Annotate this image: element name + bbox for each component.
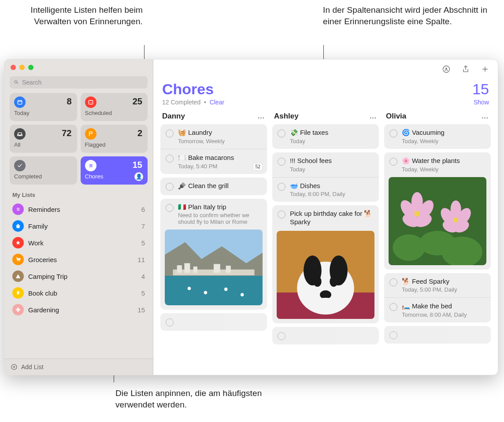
flower-icon — [12, 304, 24, 315]
reminder-item[interactable]: 🧺LaundryTomorrow, Weekly — [160, 124, 267, 149]
complete-toggle[interactable] — [278, 183, 285, 191]
new-reminder-placeholder[interactable] — [272, 327, 379, 344]
list-icon — [85, 160, 96, 171]
complete-toggle[interactable] — [389, 278, 397, 286]
sidebar-item-work[interactable]: Work 5 — [7, 234, 150, 251]
reminder-item[interactable]: 🐕Feed SparkyToday, 5:00 PM, Daily — [384, 273, 491, 298]
reminder-card: 🇮🇹Plan Italy tripNeed to confirm whether… — [160, 199, 267, 310]
reminder-item[interactable]: !!! School feesToday — [272, 152, 379, 177]
new-reminder-placeholder[interactable] — [384, 326, 491, 344]
minimize-window-button[interactable] — [19, 65, 25, 70]
star-icon — [12, 237, 24, 248]
list-icon — [12, 204, 24, 215]
smart-list-today[interactable]: Today 8 — [10, 93, 77, 121]
reminder-item[interactable]: 🛏️Make the bedTomorrow, 8:00 AM, Daily — [384, 297, 491, 322]
reminders-window: Search Today 8 Scheduled 25 All 72 Flagg… — [4, 59, 498, 375]
complete-toggle[interactable] — [166, 155, 174, 163]
column-title: Danny — [162, 112, 185, 121]
svg-rect-23 — [184, 263, 190, 273]
complete-toggle[interactable] — [166, 183, 174, 191]
close-window-button[interactable] — [11, 65, 16, 70]
complete-toggle[interactable] — [278, 332, 285, 340]
collaborate-button[interactable] — [441, 64, 451, 74]
search-input[interactable]: Search — [10, 76, 148, 89]
reminder-subtitle: Today, Weekly — [402, 138, 485, 144]
reminder-card: 🌸Water the plantsToday, Weekly — [384, 152, 491, 270]
reminder-subtitle: Tomorrow, 8:00 AM, Daily — [402, 311, 485, 318]
reminder-title: 🌀Vacuuming — [402, 129, 485, 137]
new-reminder-button[interactable] — [480, 64, 490, 74]
reminder-item[interactable]: Pick up birthday cake for 🐕 Sparky — [272, 205, 379, 231]
column-menu-button[interactable]: … — [257, 112, 265, 121]
toolbar — [153, 59, 498, 79]
reminder-subtitle: Today, Weekly — [402, 166, 485, 173]
reminder-subtitle: Today, 5:00 PM, Daily — [402, 286, 485, 293]
svg-point-9 — [19, 261, 20, 262]
reminder-item[interactable]: 🌀VacuumingToday, Weekly — [384, 124, 491, 149]
reminder-title: 🐕Feed Sparky — [402, 278, 485, 286]
svg-point-2 — [89, 103, 90, 103]
complete-toggle[interactable] — [389, 303, 397, 311]
zoom-window-button[interactable] — [28, 65, 33, 70]
list-count: 7 — [141, 222, 145, 230]
new-reminder-placeholder[interactable] — [160, 313, 267, 331]
complete-toggle[interactable] — [389, 158, 397, 166]
smart-list-flagged[interactable]: Flagged 2 — [81, 125, 148, 153]
reminder-image — [277, 231, 374, 319]
smart-list-count: 25 — [133, 96, 142, 107]
smart-list-chores[interactable]: Chores 15 👤 — [81, 156, 148, 185]
reminder-item[interactable]: 🇮🇹Plan Italy tripNeed to confirm whether… — [160, 199, 267, 230]
list-count: 15 — [472, 81, 489, 98]
reminder-item[interactable]: 🪮Clean the grill — [160, 178, 267, 195]
svg-point-6 — [88, 165, 89, 166]
completed-count: 12 Completed — [162, 99, 200, 106]
columns-container: Danny…🧺LaundryTomorrow, Weekly🍽️Bake mac… — [153, 107, 498, 375]
smart-list-completed[interactable]: Completed — [10, 156, 77, 185]
reminder-item[interactable]: 🥣DishesToday, 8:00 PM, Daily — [272, 177, 379, 202]
sidebar-item-reminders[interactable]: Reminders 6 — [7, 201, 150, 218]
reminder-item[interactable]: 💸File taxesToday — [272, 124, 379, 149]
add-list-button[interactable]: Add List — [4, 359, 153, 375]
sidebar-item-groceries[interactable]: Groceries 11 — [7, 251, 150, 268]
complete-toggle[interactable] — [278, 130, 285, 137]
smart-list-scheduled[interactable]: Scheduled 25 — [81, 93, 148, 121]
show-completed-button[interactable]: Show — [474, 99, 489, 106]
svg-rect-1 — [89, 100, 93, 104]
share-button[interactable] — [461, 64, 471, 74]
complete-toggle[interactable] — [278, 158, 285, 166]
complete-toggle[interactable] — [166, 204, 174, 212]
complete-toggle[interactable] — [166, 318, 174, 326]
sidebar-item-book-club[interactable]: Book club 5 — [7, 285, 150, 301]
reminder-card — [384, 326, 491, 344]
complete-toggle[interactable] — [389, 130, 397, 137]
complete-toggle[interactable] — [166, 130, 174, 137]
svg-point-29 — [224, 288, 227, 291]
plus-icon — [481, 65, 489, 74]
svg-point-3 — [90, 103, 91, 103]
main-panel: Chores 15 12 Completed • Clear Show Dann… — [153, 59, 498, 375]
svg-rect-26 — [226, 266, 231, 273]
list-title: Chores — [162, 81, 214, 98]
column-menu-button[interactable]: … — [369, 112, 377, 121]
count-chip: 52 — [253, 163, 263, 170]
reminder-image — [389, 177, 486, 265]
list-count: 6 — [141, 206, 145, 213]
sidebar-item-gardening[interactable]: Gardening 15 — [7, 301, 150, 318]
reminder-card: 🪮Clean the grill — [160, 178, 267, 195]
complete-toggle[interactable] — [278, 211, 285, 218]
reminder-item[interactable]: 🌸Water the plantsToday, Weekly — [384, 152, 491, 177]
smart-list-label: All — [14, 141, 73, 148]
tray-icon — [14, 128, 26, 140]
sidebar-item-family[interactable]: Family 7 — [7, 218, 150, 234]
list-name: Family — [28, 222, 137, 230]
reminder-card: 🧺LaundryTomorrow, Weekly🍽️Bake macaronsT… — [160, 124, 267, 174]
reminder-card — [272, 327, 379, 344]
clear-completed-button[interactable]: Clear — [210, 99, 224, 106]
column-menu-button[interactable]: … — [481, 112, 489, 121]
sidebar-item-camping-trip[interactable]: Camping Trip 4 — [7, 268, 150, 285]
smart-list-all[interactable]: All 72 — [10, 125, 77, 153]
reminder-item[interactable]: 🍽️Bake macaronsToday, 5:40 PM52 — [160, 149, 267, 174]
list-name: Groceries — [28, 256, 133, 263]
reminder-card: 🐕Feed SparkyToday, 5:00 PM, Daily🛏️Make … — [384, 273, 491, 323]
complete-toggle[interactable] — [389, 331, 397, 339]
